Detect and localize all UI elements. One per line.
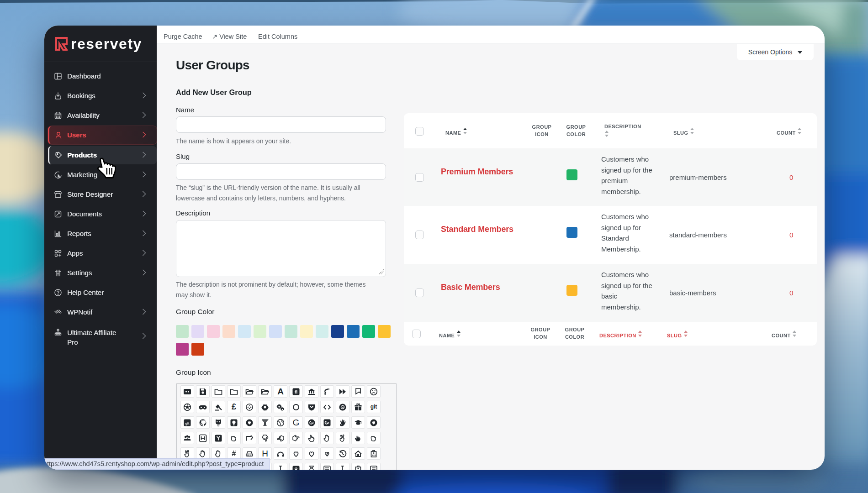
svg-text:git: git <box>185 422 190 425</box>
svg-text:fi: fi <box>295 389 298 394</box>
svg-text:#: # <box>232 450 236 457</box>
